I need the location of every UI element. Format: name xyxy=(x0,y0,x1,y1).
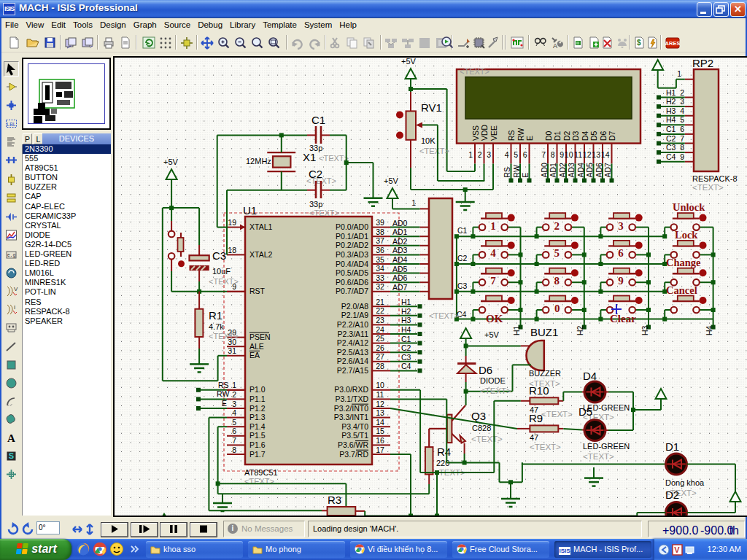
svg-text:<TEXT>: <TEXT> xyxy=(309,209,339,217)
svg-text:V: V xyxy=(14,286,18,292)
svg-text:2: 2 xyxy=(680,88,684,97)
svg-text:P2.4/A12: P2.4/A12 xyxy=(337,338,368,347)
svg-text:5: 5 xyxy=(554,247,560,259)
svg-text:P2.1/A9: P2.1/A9 xyxy=(341,311,369,319)
svg-text:Cancel: Cancel xyxy=(666,284,697,296)
svg-text:e.g: e.g xyxy=(7,253,16,258)
svg-text:5: 5 xyxy=(680,115,684,124)
svg-text:P1.4: P1.4 xyxy=(249,422,266,431)
svg-text:H4: H4 xyxy=(705,325,713,335)
svg-text:1: 1 xyxy=(490,220,496,232)
svg-text:PSEN: PSEN xyxy=(249,332,271,341)
svg-text:P1.1: P1.1 xyxy=(249,394,266,403)
svg-text:ALE: ALE xyxy=(249,342,264,351)
svg-text:DIODE: DIODE xyxy=(480,376,506,385)
svg-text:H4: H4 xyxy=(666,115,676,124)
svg-text:31: 31 xyxy=(228,346,236,355)
svg-text:P2.6/A14: P2.6/A14 xyxy=(337,357,368,365)
svg-text:28: 28 xyxy=(376,362,384,370)
svg-text:39: 39 xyxy=(376,218,384,227)
svg-text:XTAL1: XTAL1 xyxy=(249,222,272,231)
svg-text:<TEXT>: <TEXT> xyxy=(209,332,239,341)
svg-text:AD0: AD0 xyxy=(392,219,408,228)
svg-text:RS: RS xyxy=(503,167,511,178)
svg-text:RESPACK-8: RESPACK-8 xyxy=(692,174,738,183)
svg-text:C1: C1 xyxy=(401,335,411,343)
svg-text:D6: D6 xyxy=(479,364,492,376)
svg-text:D1: D1 xyxy=(665,440,679,453)
svg-text:26: 26 xyxy=(376,343,384,352)
svg-text:22: 22 xyxy=(376,306,384,315)
svg-text:5: 5 xyxy=(232,418,236,427)
svg-text:D7: D7 xyxy=(608,131,616,141)
svg-text:D3: D3 xyxy=(571,131,580,141)
svg-text:H1: H1 xyxy=(512,325,521,335)
svg-text:Change: Change xyxy=(666,257,701,268)
svg-text:D1: D1 xyxy=(553,131,562,141)
svg-text:10uF: 10uF xyxy=(212,267,231,276)
svg-text:D4: D4 xyxy=(583,370,597,382)
svg-text:9: 9 xyxy=(560,150,564,159)
svg-text:33: 33 xyxy=(376,273,384,282)
svg-text:P1.5: P1.5 xyxy=(249,431,266,440)
svg-text:D6: D6 xyxy=(599,131,608,141)
svg-text:7: 7 xyxy=(232,436,236,445)
svg-text:<TEXT>: <TEXT> xyxy=(471,435,503,443)
svg-text:H3: H3 xyxy=(666,106,676,115)
svg-text:BUZ1: BUZ1 xyxy=(530,326,558,338)
svg-text:+5V: +5V xyxy=(484,330,500,339)
svg-text:D2: D2 xyxy=(562,131,571,141)
svg-text:Lock: Lock xyxy=(675,229,698,241)
svg-text:R10: R10 xyxy=(529,384,549,397)
svg-text:4: 4 xyxy=(232,408,236,417)
svg-text:H1: H1 xyxy=(401,298,411,306)
svg-text:ARES: ARES xyxy=(665,40,680,47)
svg-text:XTAL2: XTAL2 xyxy=(249,250,272,259)
svg-text:C3: C3 xyxy=(401,353,411,362)
svg-text:RW: RW xyxy=(516,128,525,141)
svg-text:C1: C1 xyxy=(457,226,468,235)
svg-text:I: I xyxy=(14,304,15,311)
svg-text:P1.0: P1.0 xyxy=(249,385,266,394)
svg-text:AD1: AD1 xyxy=(392,228,408,236)
svg-text:RS: RS xyxy=(507,130,516,141)
svg-text:V: V xyxy=(674,545,680,554)
svg-text:47: 47 xyxy=(530,433,538,442)
svg-text:33p: 33p xyxy=(309,200,322,209)
svg-text:Dong khoa: Dong khoa xyxy=(665,478,705,487)
svg-text:7: 7 xyxy=(490,275,496,287)
svg-text:P1.7: P1.7 xyxy=(249,450,266,459)
svg-text:P1.6: P1.6 xyxy=(249,440,266,449)
svg-text:9: 9 xyxy=(618,275,624,287)
svg-text:AD5: AD5 xyxy=(585,163,594,178)
svg-text:LED-GREEN: LED-GREEN xyxy=(583,442,630,451)
svg-text:12: 12 xyxy=(376,400,384,408)
svg-text:<TEXT>: <TEXT> xyxy=(460,67,489,76)
svg-text:4: 4 xyxy=(490,247,496,259)
svg-text:C2: C2 xyxy=(401,343,411,352)
svg-text:AD4: AD4 xyxy=(392,255,408,264)
svg-text:P2.7/A15: P2.7/A15 xyxy=(337,366,368,375)
svg-text:RST: RST xyxy=(249,287,266,295)
svg-text:VSS: VSS xyxy=(471,125,480,141)
svg-text:17: 17 xyxy=(376,446,384,454)
svg-text:3: 3 xyxy=(680,97,684,106)
svg-text:AD3: AD3 xyxy=(567,163,576,178)
svg-text:6: 6 xyxy=(618,247,624,259)
svg-text:AD6: AD6 xyxy=(392,273,408,282)
svg-text:P0.0/AD0: P0.0/AD0 xyxy=(336,222,368,231)
svg-text:11: 11 xyxy=(376,390,384,399)
svg-text:RP2: RP2 xyxy=(692,57,713,69)
svg-text:13: 13 xyxy=(592,150,600,159)
svg-text:12: 12 xyxy=(583,150,592,159)
svg-text:AD4: AD4 xyxy=(576,163,585,178)
svg-text:C4: C4 xyxy=(666,152,676,161)
svg-text:25: 25 xyxy=(376,334,384,343)
svg-text:D2: D2 xyxy=(665,489,679,501)
svg-text:AD3: AD3 xyxy=(392,246,408,254)
svg-text:10K: 10K xyxy=(421,136,436,145)
svg-text:OK: OK xyxy=(486,313,503,324)
svg-text:D5: D5 xyxy=(589,131,598,141)
svg-text:P3.0/RXD: P3.0/RXD xyxy=(334,385,368,394)
svg-text:R4: R4 xyxy=(437,446,451,458)
